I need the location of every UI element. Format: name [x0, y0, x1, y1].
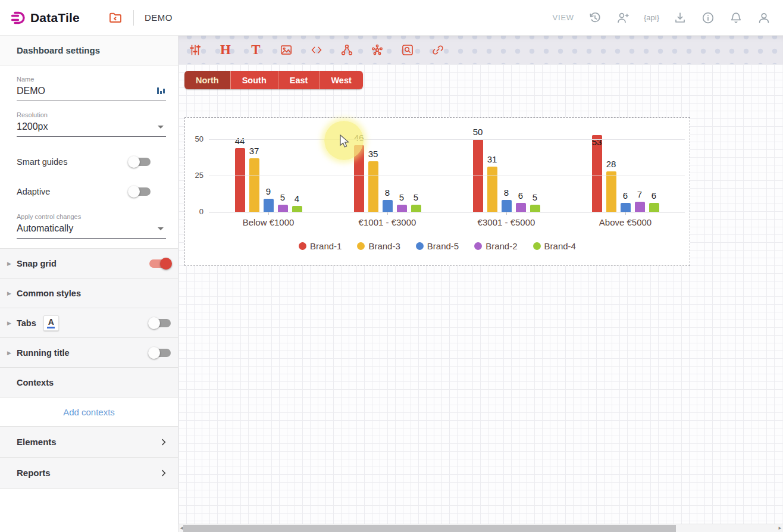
code-icon[interactable]: [309, 43, 324, 57]
link-icon[interactable]: [431, 43, 445, 57]
name-input[interactable]: DEMO: [17, 86, 45, 96]
resolution-select[interactable]: 1200px: [17, 118, 166, 137]
bar-brand-3-4[interactable]: 28: [606, 171, 616, 212]
horizontal-scrollbar[interactable]: ◄ ►: [178, 524, 783, 532]
sidebar-title: Dashboard settings: [0, 36, 178, 65]
legend-item-brand-1[interactable]: Brand-1: [299, 241, 342, 251]
add-contexts-button[interactable]: Add contexts: [0, 398, 178, 427]
datatile-logo[interactable]: DataTile: [11, 10, 80, 26]
apply-changes-value: Automatically: [17, 223, 73, 234]
heading-icon[interactable]: H: [218, 43, 233, 57]
legend-item-brand-3[interactable]: Brand-3: [357, 241, 400, 251]
bar-group: 4437954: [209, 118, 328, 212]
resolution-field-label: Resolution: [17, 111, 166, 118]
bar-brand-5-2[interactable]: 8: [383, 200, 393, 212]
row-label: Contexts: [17, 378, 54, 387]
api-braces-icon: {api}: [644, 13, 659, 22]
bar-brand-5-1[interactable]: 9: [264, 199, 274, 212]
view-label[interactable]: VIEW: [553, 13, 574, 22]
bar-value-label: 5: [533, 192, 537, 202]
smart-guides-toggle[interactable]: [129, 158, 151, 166]
bar-brand-2-3[interactable]: 6: [516, 203, 526, 212]
bar-brand-1-4[interactable]: 53: [592, 135, 602, 212]
bar-brand-2-2[interactable]: 5: [397, 205, 407, 212]
sidebar-nav-reports[interactable]: Reports: [0, 458, 178, 489]
tab-east[interactable]: East: [278, 71, 320, 89]
user-add-icon[interactable]: [616, 11, 630, 25]
bar-brand-4-4[interactable]: 6: [649, 203, 659, 212]
info-icon[interactable]: [701, 11, 715, 25]
legend-swatch: [299, 242, 306, 250]
document-title[interactable]: DEMO: [145, 12, 173, 23]
expand-chevron-icon[interactable]: ▶: [7, 261, 17, 267]
hub-icon[interactable]: [370, 43, 384, 57]
sidebar-row-tabs[interactable]: ▶TabsA: [0, 308, 178, 338]
tabs-toggle[interactable]: [149, 319, 171, 327]
image-icon[interactable]: [279, 43, 293, 57]
legend-item-brand-5[interactable]: Brand-5: [416, 241, 459, 251]
bar-brand-5-3[interactable]: 8: [502, 200, 512, 212]
bar-brand-2-4[interactable]: 7: [635, 202, 645, 212]
scroll-right-arrow[interactable]: ►: [777, 524, 783, 532]
sidebar-row-snap-grid[interactable]: ▶Snap grid: [0, 249, 178, 278]
zoom-object-icon[interactable]: [400, 43, 415, 57]
bar-brand-4-3[interactable]: 5: [530, 205, 540, 212]
sidebar-row-running-title[interactable]: ▶Running title: [0, 338, 178, 368]
bar-value-label: 5: [280, 192, 285, 202]
legend-swatch: [416, 242, 424, 250]
bar-brand-5-4[interactable]: 6: [621, 203, 631, 212]
bar-brand-1-1[interactable]: 44: [235, 148, 245, 212]
folder-back-icon[interactable]: [108, 11, 123, 25]
x-axis-labels: Below €1000€1001 - €3000€3001 - €5000Abo…: [209, 217, 685, 227]
bar-brand-3-1[interactable]: 37: [249, 158, 259, 212]
snap-grid-toggle[interactable]: [149, 259, 171, 268]
y-axis-tick: 0: [185, 207, 203, 216]
apply-changes-select[interactable]: Automatically: [17, 220, 166, 239]
category-label: Above €5000: [566, 217, 685, 227]
bar-brand-3-2[interactable]: 35: [368, 161, 378, 212]
notifications-icon[interactable]: [729, 11, 743, 25]
text-format-icon[interactable]: A: [43, 315, 59, 331]
download-icon[interactable]: [673, 11, 687, 25]
dashboard-canvas[interactable]: NorthSouthEastWest 443795446358555031865…: [178, 64, 783, 532]
apply-changes-label: Apply control changes: [17, 213, 166, 220]
tab-north[interactable]: North: [184, 71, 230, 89]
sliders-icon[interactable]: [188, 43, 202, 57]
api-icon[interactable]: {api}: [644, 13, 659, 22]
running-title-toggle[interactable]: [149, 349, 171, 357]
toggle-knob: [160, 258, 172, 270]
gridline: [209, 212, 685, 212]
chart-bars-icon[interactable]: [155, 86, 166, 96]
sidebar-nav-elements[interactable]: Elements: [0, 427, 178, 458]
expand-chevron-icon[interactable]: ▶: [7, 350, 17, 356]
scrollbar-thumb[interactable]: [183, 525, 676, 532]
tab-west[interactable]: West: [319, 71, 362, 89]
history-icon[interactable]: [588, 11, 602, 25]
bar-value-label: 28: [606, 159, 616, 169]
bar-brand-3-3[interactable]: 31: [487, 167, 497, 212]
chart-tile[interactable]: 4437954463585550318655328676 Below €1000…: [184, 117, 690, 266]
bar-value-label: 31: [487, 154, 497, 164]
legend-label: Brand-1: [310, 241, 342, 251]
bar-brand-2-1[interactable]: 5: [278, 205, 288, 212]
bar-brand-4-1[interactable]: 4: [292, 206, 302, 212]
main-area: HT NorthSouthEastWest 443795446358555031…: [178, 36, 783, 532]
row-label: Running title: [17, 348, 70, 358]
sidebar-row-contexts[interactable]: Contexts: [0, 368, 178, 398]
name-field[interactable]: DEMO: [17, 83, 166, 101]
legend-label: Brand-4: [544, 241, 576, 251]
tab-south[interactable]: South: [230, 71, 278, 89]
legend-item-brand-4[interactable]: Brand-4: [533, 241, 576, 251]
bar-brand-4-2[interactable]: 5: [411, 205, 421, 212]
adaptive-toggle[interactable]: [129, 187, 151, 196]
sidebar-row-common-styles[interactable]: ▶Common styles: [0, 278, 178, 308]
smart-guides-label: Smart guides: [17, 157, 67, 167]
category-label: €1001 - €3000: [328, 217, 447, 227]
legend-item-brand-2[interactable]: Brand-2: [474, 241, 517, 251]
share-nodes-icon[interactable]: [340, 43, 354, 57]
expand-chevron-icon[interactable]: ▶: [7, 290, 17, 296]
account-icon[interactable]: [757, 11, 771, 25]
text-icon[interactable]: T: [249, 43, 263, 57]
gridline: [209, 139, 685, 140]
expand-chevron-icon[interactable]: ▶: [7, 320, 17, 326]
